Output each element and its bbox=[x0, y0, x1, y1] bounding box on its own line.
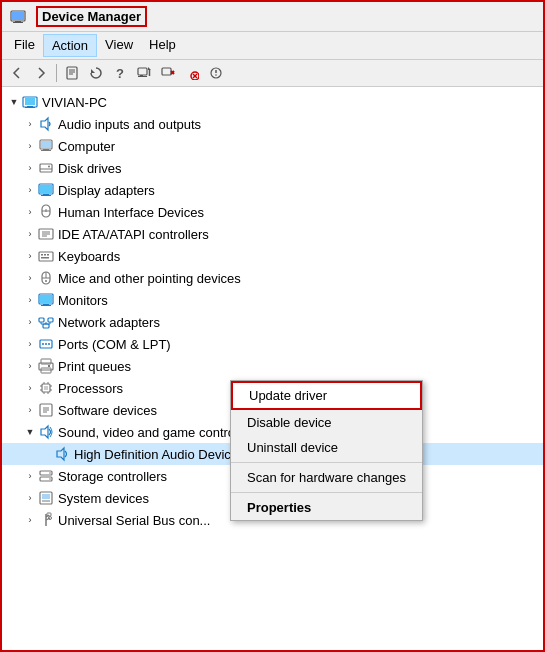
svg-rect-24 bbox=[25, 98, 35, 105]
svg-rect-36 bbox=[40, 185, 52, 193]
svg-rect-60 bbox=[48, 318, 53, 322]
svg-marker-27 bbox=[41, 118, 48, 130]
root-label: VIVIAN-PC bbox=[42, 95, 107, 110]
tree-hid[interactable]: › Human Interface Devices bbox=[2, 201, 543, 223]
ctx-sep2 bbox=[231, 492, 422, 493]
tree-display[interactable]: › Display adapters bbox=[2, 179, 543, 201]
usb-label: Universal Serial Bus con... bbox=[58, 513, 210, 528]
tree-ports[interactable]: › Ports (COM & LPT) bbox=[2, 333, 543, 355]
svg-rect-29 bbox=[41, 141, 51, 148]
svg-rect-46 bbox=[39, 252, 53, 261]
expand-sound[interactable]: ▼ bbox=[22, 424, 38, 440]
processor-icon bbox=[38, 380, 54, 396]
back-button[interactable] bbox=[6, 62, 28, 84]
hid-icon bbox=[38, 204, 54, 220]
hda-icon bbox=[54, 446, 70, 462]
toolbar: ? bbox=[2, 60, 543, 87]
menu-view[interactable]: View bbox=[97, 34, 141, 57]
expand-print[interactable]: › bbox=[22, 358, 38, 374]
device-manager-window: Device Manager File Action View Help bbox=[0, 0, 545, 652]
disable-button[interactable] bbox=[157, 62, 179, 84]
tree-root[interactable]: ▼ VIVIAN-PC bbox=[2, 91, 543, 113]
hid-label: Human Interface Devices bbox=[58, 205, 204, 220]
expand-disk[interactable]: › bbox=[22, 160, 38, 176]
device-tree: ▼ VIVIAN-PC › Audio inputs and outpu bbox=[2, 87, 543, 650]
expand-software[interactable]: › bbox=[22, 402, 38, 418]
ctx-uninstall-device[interactable]: Uninstall device bbox=[231, 435, 422, 460]
keyboards-label: Keyboards bbox=[58, 249, 120, 264]
ctx-disable-label: Disable device bbox=[247, 415, 332, 430]
forward-button[interactable] bbox=[30, 62, 52, 84]
network-label: Network adapters bbox=[58, 315, 160, 330]
refresh-button[interactable] bbox=[85, 62, 107, 84]
window-title: Device Manager bbox=[36, 6, 147, 27]
tree-monitors[interactable]: › Monitors bbox=[2, 289, 543, 311]
expand-root[interactable]: ▼ bbox=[6, 94, 22, 110]
expand-ports[interactable]: › bbox=[22, 336, 38, 352]
svg-point-54 bbox=[45, 280, 47, 282]
svg-point-68 bbox=[45, 343, 47, 345]
mice-label: Mice and other pointing devices bbox=[58, 271, 241, 286]
svg-rect-50 bbox=[41, 257, 49, 259]
svg-rect-73 bbox=[48, 365, 50, 367]
svg-point-67 bbox=[42, 343, 44, 345]
menu-file[interactable]: File bbox=[6, 34, 43, 57]
svg-rect-37 bbox=[43, 194, 49, 195]
svg-rect-3 bbox=[12, 12, 24, 20]
tree-computer[interactable]: › Computer bbox=[2, 135, 543, 157]
tree-network[interactable]: › Network adapters bbox=[2, 311, 543, 333]
expand-monitors[interactable]: › bbox=[22, 292, 38, 308]
expand-system[interactable]: › bbox=[22, 490, 38, 506]
tree-keyboards[interactable]: › Keyboards bbox=[2, 245, 543, 267]
menu-help[interactable]: Help bbox=[141, 34, 184, 57]
disk-icon bbox=[38, 160, 54, 176]
expand-computer[interactable]: › bbox=[22, 138, 38, 154]
tree-audio[interactable]: › Audio inputs and outputs bbox=[2, 113, 543, 135]
expand-ide[interactable]: › bbox=[22, 226, 38, 242]
storage-icon bbox=[38, 468, 54, 484]
tree-disk[interactable]: › Disk drives bbox=[2, 157, 543, 179]
ctx-sep1 bbox=[231, 462, 422, 463]
system-label: System devices bbox=[58, 491, 149, 506]
expand-usb[interactable]: › bbox=[22, 512, 38, 528]
monitors-label: Monitors bbox=[58, 293, 108, 308]
system-icon bbox=[38, 490, 54, 506]
expand-mice[interactable]: › bbox=[22, 270, 38, 286]
hda-label: High Definition Audio Device bbox=[74, 447, 238, 462]
sound-icon bbox=[38, 424, 54, 440]
computer-label: Computer bbox=[58, 139, 115, 154]
ctx-properties[interactable]: Properties bbox=[231, 495, 422, 520]
expand-storage[interactable]: › bbox=[22, 468, 38, 484]
expand-display[interactable]: › bbox=[22, 182, 38, 198]
scan-button[interactable] bbox=[205, 62, 227, 84]
expand-hid[interactable]: › bbox=[22, 204, 38, 220]
ctx-uninstall-label: Uninstall device bbox=[247, 440, 338, 455]
ctx-properties-label: Properties bbox=[247, 500, 311, 515]
title-bar: Device Manager bbox=[2, 2, 543, 32]
expand-keyboards[interactable]: › bbox=[22, 248, 38, 264]
usb-icon bbox=[38, 512, 54, 528]
ctx-disable-device[interactable]: Disable device bbox=[231, 410, 422, 435]
update-driver-button[interactable] bbox=[133, 62, 155, 84]
svg-point-93 bbox=[49, 478, 51, 480]
tree-mice[interactable]: › Mice and other pointing devices bbox=[2, 267, 543, 289]
expand-processors[interactable]: › bbox=[22, 380, 38, 396]
svg-marker-12 bbox=[148, 67, 151, 70]
svg-point-69 bbox=[48, 343, 50, 345]
help-button[interactable]: ? bbox=[109, 62, 131, 84]
expand-audio[interactable]: › bbox=[22, 116, 38, 132]
ide-label: IDE ATA/ATAPI controllers bbox=[58, 227, 209, 242]
tree-ide[interactable]: › IDE ATA/ATAPI controllers bbox=[2, 223, 543, 245]
svg-rect-101 bbox=[47, 513, 51, 516]
ctx-update-driver[interactable]: Update driver bbox=[231, 381, 422, 410]
svg-marker-89 bbox=[57, 448, 64, 460]
tree-print[interactable]: › Print queues bbox=[2, 355, 543, 377]
properties-button[interactable] bbox=[61, 62, 83, 84]
ctx-scan[interactable]: Scan for hardware changes bbox=[231, 465, 422, 490]
app-icon bbox=[10, 9, 26, 25]
expand-network[interactable]: › bbox=[22, 314, 38, 330]
svg-rect-48 bbox=[44, 254, 46, 256]
uninstall-button[interactable] bbox=[181, 62, 203, 84]
menu-action[interactable]: Action bbox=[43, 34, 97, 57]
svg-rect-14 bbox=[162, 68, 171, 75]
